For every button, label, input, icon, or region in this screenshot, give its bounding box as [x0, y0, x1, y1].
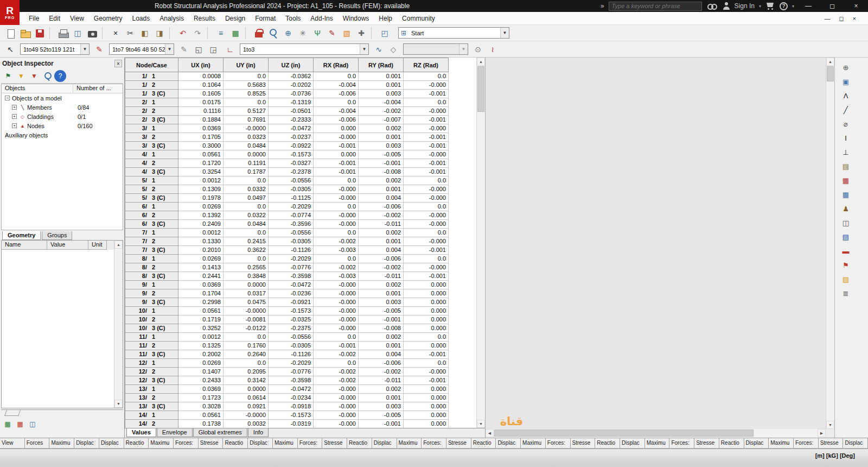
scroll-down-icon[interactable]: ▼ — [477, 420, 485, 428]
node-selection-combo[interactable]: 1to49 52to119 121t ▼ — [20, 43, 90, 55]
data-cell[interactable]: -0.000 — [314, 281, 359, 289]
data-cell[interactable]: -0.000 — [314, 133, 359, 142]
zoom-world-icon[interactable]: ⊕ — [281, 27, 295, 40]
data-cell[interactable]: 0.002 — [359, 281, 404, 289]
data-cell[interactable]: -0.001 — [404, 376, 449, 385]
data-cell[interactable]: 0.1719 — [178, 315, 224, 324]
units-indicator[interactable]: [m] [kG] [Deg] — [815, 452, 855, 459]
frames-icon[interactable]: ◫ — [839, 216, 852, 229]
data-cell[interactable]: -0.004 — [314, 81, 359, 90]
screen-capture-icon[interactable] — [85, 27, 99, 40]
edit-table-icon[interactable]: ▦ — [15, 419, 25, 429]
data-cell[interactable]: -0.000 — [404, 263, 449, 272]
data-cell[interactable]: 0.2095 — [224, 368, 269, 376]
data-cell[interactable]: 0.000 — [314, 150, 359, 159]
data-cell[interactable]: 0.0 — [224, 72, 269, 81]
redo-icon[interactable]: ↷ — [190, 27, 205, 40]
menu-item[interactable]: Loads — [127, 12, 155, 24]
binoculars-search-icon[interactable] — [706, 2, 718, 10]
tree-item-label[interactable]: Members — [27, 104, 52, 111]
data-cell[interactable]: 0.002 — [359, 385, 404, 394]
data-cell[interactable]: -0.011 — [359, 272, 404, 281]
menu-item[interactable]: Geometry — [89, 12, 127, 24]
data-cell[interactable]: 0.000 — [404, 420, 449, 428]
data-cell[interactable]: -0.0122 — [224, 324, 269, 333]
row-header-cell[interactable]: 2/3 (C) — [125, 116, 178, 124]
data-cell[interactable]: 0.0 — [224, 255, 269, 263]
data-cell[interactable]: -0.0501 — [269, 107, 314, 116]
tree-item-label[interactable]: Nodes — [27, 123, 44, 129]
row-header-cell[interactable]: 4/3 (C) — [125, 168, 178, 176]
chevron-expand-icon[interactable]: » — [601, 2, 604, 10]
row-header-cell[interactable]: 14/1 — [125, 411, 178, 420]
data-cell[interactable]: -0.0362 — [269, 72, 314, 81]
data-cell[interactable]: -0.000 — [314, 385, 359, 394]
data-cell[interactable]: -0.000 — [404, 124, 449, 133]
layout-tab[interactable]: Reactio — [223, 438, 248, 449]
data-cell[interactable]: -0.004 — [314, 107, 359, 116]
data-cell[interactable]: 0.1884 — [178, 116, 224, 124]
data-cell[interactable]: 0.0 — [404, 98, 449, 107]
data-cell[interactable]: -0.3598 — [269, 272, 314, 281]
row-header-cell[interactable]: 12/2 — [125, 368, 178, 376]
data-cell[interactable]: 0.3028 — [178, 402, 224, 411]
data-cell[interactable]: 0.0012 — [178, 176, 224, 185]
data-cell[interactable]: -0.000 — [314, 324, 359, 333]
data-cell[interactable]: -0.007 — [359, 116, 404, 124]
data-cell[interactable]: -0.002 — [314, 350, 359, 359]
data-cell[interactable]: 0.0 — [224, 176, 269, 185]
data-cell[interactable]: 0.7691 — [224, 116, 269, 124]
data-cell[interactable]: 0.001 — [359, 342, 404, 350]
data-cell[interactable]: -0.000 — [404, 368, 449, 376]
data-cell[interactable]: 0.1760 — [224, 342, 269, 350]
row-header-cell[interactable]: 1/1 — [125, 72, 178, 81]
model-viewport[interactable] — [486, 58, 826, 429]
layout-tab[interactable]: Stresse — [199, 438, 224, 449]
data-cell[interactable]: 0.0008 — [178, 72, 224, 81]
data-cell[interactable]: 0.2565 — [224, 263, 269, 272]
layout-selector-combo[interactable]: ⊞ Start ▼ — [398, 27, 509, 39]
data-cell[interactable]: 0.0322 — [224, 211, 269, 220]
scrollbar-thumb[interactable] — [827, 66, 834, 81]
column-header[interactable]: RY (Rad) — [359, 58, 404, 72]
data-cell[interactable]: -0.000 — [314, 394, 359, 402]
layout-tab[interactable]: Displac — [99, 438, 124, 449]
view-manager-icon[interactable]: ◰ — [378, 27, 392, 40]
sheet-tab[interactable]: Info — [248, 428, 269, 437]
data-cell[interactable]: -0.000 — [314, 420, 359, 428]
data-cell[interactable]: -0.0236 — [269, 289, 314, 298]
data-cell[interactable]: 0.1064 — [178, 81, 224, 90]
data-cell[interactable]: 0.000 — [404, 289, 449, 298]
data-cell[interactable]: -0.1319 — [269, 98, 314, 107]
node-selection-value[interactable]: 1to49 52to119 121t — [21, 46, 80, 53]
scroll-up-icon[interactable]: ▲ — [826, 58, 834, 66]
data-cell[interactable]: 0.0 — [314, 203, 359, 211]
calculations-table-icon[interactable]: ▦ — [228, 27, 242, 40]
results-table-icon[interactable]: ▤ — [839, 230, 852, 243]
data-cell[interactable]: -0.001 — [314, 168, 359, 176]
cart-icon[interactable] — [765, 2, 775, 10]
axes-icon[interactable]: Λ — [839, 89, 852, 102]
data-cell[interactable]: 0.0 — [314, 72, 359, 81]
restore-button[interactable]: ◻ — [822, 0, 842, 12]
layout-tab[interactable]: Maximu — [769, 438, 794, 449]
data-cell[interactable]: -0.004 — [359, 98, 404, 107]
layout-tab[interactable]: Forces: — [546, 438, 571, 449]
row-header-cell[interactable]: 6/1 — [125, 203, 178, 211]
sheet-tab[interactable]: Values — [126, 428, 156, 437]
row-header-cell[interactable]: 4/2 — [125, 159, 178, 168]
data-cell[interactable]: -0.0774 — [269, 211, 314, 220]
data-cell[interactable]: -0.011 — [359, 220, 404, 229]
data-cell[interactable]: -0.0472 — [269, 124, 314, 133]
row-header-cell[interactable]: 9/1 — [125, 281, 178, 289]
scroll-down-icon[interactable]: ▼ — [114, 400, 123, 408]
row-header-cell[interactable]: 6/2 — [125, 211, 178, 220]
data-cell[interactable]: 0.0323 — [224, 133, 269, 142]
data-cell[interactable]: 0.1325 — [178, 342, 224, 350]
layers-icon[interactable]: ≣ — [839, 287, 852, 300]
data-cell[interactable]: -0.0081 — [224, 315, 269, 324]
data-cell[interactable]: -0.001 — [359, 159, 404, 168]
data-cell[interactable]: 0.0 — [314, 98, 359, 107]
data-cell[interactable]: -0.1126 — [269, 246, 314, 255]
data-cell[interactable]: -0.001 — [404, 116, 449, 124]
